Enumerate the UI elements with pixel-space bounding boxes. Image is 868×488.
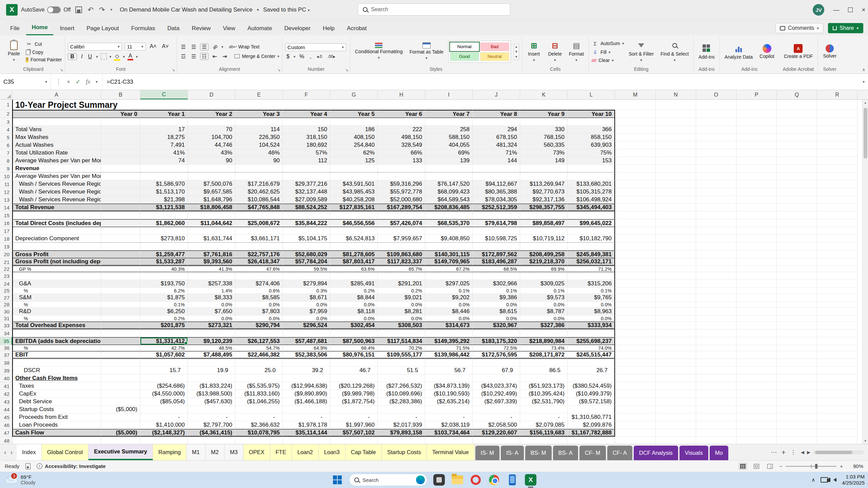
row-label[interactable]: Total Overhead Expenses (12, 322, 101, 329)
cell[interactable]: ($1,046,255) (235, 398, 283, 406)
cell[interactable] (656, 351, 696, 359)
italic-button[interactable]: I (80, 54, 84, 60)
cell[interactable] (817, 429, 857, 437)
row-header-42[interactable]: 42 (0, 390, 12, 398)
cell[interactable] (736, 149, 777, 157)
cell[interactable] (777, 406, 817, 413)
cell[interactable]: $279,894 (283, 280, 330, 288)
cell[interactable] (777, 235, 817, 243)
cell[interactable] (12, 227, 101, 235)
cell[interactable] (656, 390, 696, 398)
row-label[interactable]: % (12, 288, 101, 294)
cell[interactable]: $298,357,755 (520, 204, 568, 211)
cell[interactable] (101, 243, 140, 250)
cell[interactable] (656, 302, 696, 308)
row-header-33[interactable]: 33 (0, 322, 12, 329)
cell[interactable] (615, 165, 656, 172)
cell[interactable] (188, 406, 235, 413)
cell[interactable]: $1,259,477 (140, 250, 188, 258)
cell[interactable] (330, 406, 378, 413)
cell[interactable] (817, 272, 857, 280)
cell[interactable]: $52,000,680 (378, 196, 425, 204)
cell[interactable]: ($20,129,268) (330, 382, 378, 390)
row-header-17[interactable]: 17 (0, 227, 12, 235)
ribbon-tab-view[interactable]: View (217, 22, 241, 35)
vertical-scroll-thumb[interactable] (864, 108, 867, 159)
wrap-text-button[interactable]: ab↩Wrap Text (230, 43, 260, 50)
cell[interactable] (736, 204, 777, 211)
cell[interactable] (817, 406, 857, 413)
cell[interactable] (101, 165, 140, 172)
cell[interactable]: 57% (283, 149, 330, 157)
cell[interactable]: - (283, 413, 330, 421)
cell[interactable]: 90 (235, 157, 283, 165)
cell[interactable] (101, 172, 140, 180)
cell[interactable] (736, 110, 777, 118)
cell[interactable] (615, 359, 656, 367)
cell[interactable]: $109,555,177 (378, 351, 425, 359)
row-label[interactable]: % (12, 316, 101, 322)
cell[interactable]: $1,631,744 (188, 235, 235, 243)
cell[interactable] (656, 406, 696, 413)
cell[interactable]: $8,963 (568, 308, 615, 316)
cell[interactable]: $1,586,970 (140, 180, 188, 188)
cell[interactable] (656, 134, 696, 141)
cell[interactable] (736, 316, 777, 322)
cell[interactable]: $309,025 (520, 280, 568, 288)
cell[interactable] (777, 288, 817, 294)
cell[interactable] (615, 288, 656, 294)
cell[interactable]: $80,976,151 (330, 351, 378, 359)
cell[interactable] (696, 219, 736, 227)
decrease-decimal-button[interactable]: .00▸ (326, 54, 337, 59)
page-layout-view-button[interactable] (752, 463, 761, 470)
cell[interactable] (817, 149, 857, 157)
taskbar-search[interactable]: Search (349, 474, 427, 486)
cell[interactable] (817, 351, 857, 359)
cell[interactable] (696, 272, 736, 280)
borders-button[interactable] (101, 54, 107, 60)
cell[interactable] (817, 188, 857, 196)
cell[interactable] (101, 413, 140, 421)
cell[interactable] (568, 437, 615, 444)
cell[interactable] (188, 359, 235, 367)
sheet-tab-startup-costs[interactable]: Startup Costs (382, 444, 427, 460)
ribbon-tab-file[interactable]: File (5, 22, 25, 35)
cell[interactable]: $6,250 (140, 308, 188, 316)
cell[interactable] (817, 280, 857, 288)
cell[interactable] (696, 141, 736, 149)
solver-button[interactable]: Solver (821, 44, 839, 59)
cell[interactable] (656, 280, 696, 288)
cell[interactable]: $9,202 (425, 294, 473, 302)
cell[interactable] (101, 126, 140, 134)
cell[interactable] (520, 118, 568, 126)
align-center-button[interactable]: ☰ (190, 53, 197, 60)
sheet-tab-index[interactable]: Index (17, 444, 41, 460)
cell[interactable]: $43,591,501 (330, 180, 378, 188)
cell[interactable] (736, 219, 777, 227)
cell[interactable]: $57,784,204 (283, 258, 330, 266)
cell[interactable] (817, 322, 857, 329)
column-header-M[interactable]: M (615, 90, 656, 99)
cell[interactable]: $79,893,158 (378, 429, 425, 437)
cell[interactable]: ($13,988,500) (188, 390, 235, 398)
cell[interactable] (101, 288, 140, 294)
cell[interactable]: $21,398 (140, 196, 188, 204)
sheet-tab-ramping[interactable]: Ramping (153, 444, 186, 460)
cell[interactable]: 74 (140, 157, 188, 165)
cell[interactable]: 153 (568, 157, 615, 165)
cell[interactable]: 71.2% (568, 266, 615, 272)
cell[interactable]: 68.5% (473, 266, 520, 272)
cell[interactable] (656, 243, 696, 250)
cell[interactable] (736, 374, 777, 382)
number-dialog-launcher-icon[interactable]: ↘ (345, 67, 349, 72)
cell[interactable]: $10,598,725 (473, 235, 520, 243)
cell[interactable] (696, 374, 736, 382)
cell[interactable] (188, 374, 235, 382)
cell[interactable] (777, 437, 817, 444)
cell[interactable]: $105,315,278 (568, 188, 615, 196)
cell[interactable] (140, 243, 188, 250)
cell[interactable] (615, 100, 656, 110)
cell[interactable]: 318,150 (283, 134, 330, 141)
cell[interactable]: $10,086,544 (235, 196, 283, 204)
cell[interactable] (378, 437, 425, 444)
